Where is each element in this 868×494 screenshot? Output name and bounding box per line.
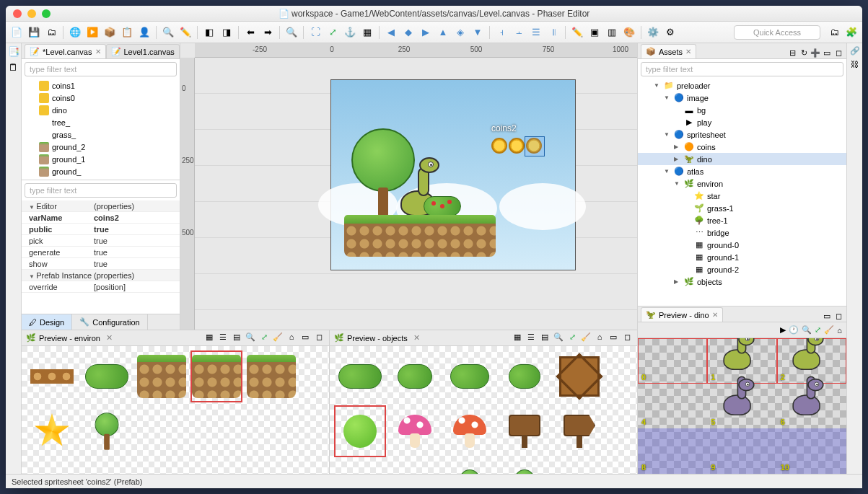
- toggle-icon[interactable]: ◧: [201, 25, 217, 40]
- dino-frame[interactable]: 4: [638, 384, 707, 429]
- assets-tree[interactable]: ▼📁preloader▼🔵image▬bg▶play▼🔵spritesheet▶…: [638, 79, 846, 306]
- outline-item[interactable]: grass_: [22, 128, 180, 141]
- thumb-logs[interactable]: [27, 352, 76, 401]
- thumb-bush[interactable]: [445, 352, 494, 401]
- play-icon[interactable]: ▶: [780, 325, 786, 335]
- min-icon[interactable]: ▭: [299, 332, 311, 344]
- layout2-icon[interactable]: ▥: [604, 25, 620, 40]
- run-icon[interactable]: ▶️: [84, 25, 100, 40]
- outline-icon[interactable]: 🗒: [8, 62, 19, 74]
- align-center-icon[interactable]: ◆: [400, 25, 416, 40]
- home-icon[interactable]: ⌂: [837, 326, 842, 335]
- scene-frame[interactable]: coins2: [330, 79, 576, 270]
- thumb-crate[interactable]: [555, 352, 604, 401]
- bush-sprite[interactable]: [424, 196, 461, 216]
- outline-item[interactable]: tree_: [22, 116, 180, 128]
- asset-item[interactable]: ▼🔵spritesheet: [638, 128, 846, 141]
- tab-assets[interactable]: 📦 Assets ✕: [641, 44, 696, 58]
- layout1-icon[interactable]: ▣: [587, 25, 602, 40]
- asset-item[interactable]: ▶🦖dino: [638, 153, 846, 165]
- collapse-icon[interactable]: 📑: [8, 46, 19, 58]
- close-icon[interactable]: ✕: [712, 311, 718, 319]
- asset-item[interactable]: ▼🔵atlas: [638, 165, 846, 177]
- distr4-icon[interactable]: ⦀: [545, 25, 561, 40]
- thumb-tree[interactable]: [82, 407, 131, 456]
- tab-level1-canvas[interactable]: 📝 Level1.canvas: [106, 44, 180, 58]
- thumb-tree[interactable]: [445, 462, 494, 474]
- close-icon[interactable]: ✕: [685, 48, 691, 56]
- link-icon[interactable]: 🔗: [850, 46, 860, 56]
- properties-panel[interactable]: Editor(properties)varNamecoins2publictru…: [22, 200, 180, 314]
- new-button[interactable]: 📄: [9, 25, 25, 40]
- asset-item[interactable]: ▶🌿objects: [638, 275, 846, 288]
- outline-tree[interactable]: coins1coins0dinotree_grass_ground_2groun…: [22, 79, 180, 180]
- anchor-icon[interactable]: ⚓: [342, 25, 358, 40]
- save-button[interactable]: 💾: [26, 25, 42, 40]
- dino-frame[interactable]: 0: [638, 338, 707, 384]
- min-icon[interactable]: ▭: [608, 332, 619, 344]
- refresh-icon[interactable]: ↻: [799, 48, 809, 58]
- outline-item[interactable]: coins0: [22, 92, 180, 104]
- outline-item[interactable]: dino: [22, 104, 180, 116]
- sheet-icon[interactable]: 📋: [119, 25, 135, 40]
- view-grid-icon[interactable]: ▦: [203, 332, 215, 344]
- outline-item[interactable]: ground_1: [22, 153, 180, 165]
- asset-item[interactable]: ▬bg: [638, 104, 846, 116]
- zoom-icon[interactable]: 🔍: [245, 332, 256, 344]
- coin-sprite[interactable]: [509, 138, 525, 154]
- edit-icon[interactable]: ✏️: [569, 25, 585, 40]
- dino-frame[interactable]: 9: [707, 428, 776, 474]
- clear-icon[interactable]: 🧹: [824, 325, 834, 335]
- thumb-star[interactable]: [27, 407, 76, 456]
- preview-environ-body[interactable]: [22, 346, 329, 474]
- tab-configuration[interactable]: 🔧 Configuration: [72, 314, 147, 330]
- view-list-icon[interactable]: ☰: [217, 332, 229, 344]
- collapse-icon[interactable]: ⊟: [787, 48, 797, 58]
- save-all-button[interactable]: 🗂: [43, 25, 59, 40]
- expand-icon[interactable]: ⛶: [307, 25, 323, 40]
- thumb-bush[interactable]: [336, 352, 385, 401]
- asset-item[interactable]: ▼🌿environ: [638, 177, 846, 190]
- gear2-icon[interactable]: ⚙: [662, 25, 678, 40]
- tab-design[interactable]: 🖊 Design: [22, 314, 72, 330]
- props-filter-input[interactable]: [25, 183, 177, 198]
- align-left-icon[interactable]: ◀: [383, 25, 399, 40]
- outline-item[interactable]: coins1: [22, 79, 180, 92]
- home-icon[interactable]: ⌂: [286, 332, 297, 344]
- asset-item[interactable]: ⋯bridge: [638, 226, 846, 239]
- distr-v-icon[interactable]: ⫠: [511, 25, 527, 40]
- max-icon[interactable]: ◻: [621, 332, 633, 344]
- wand-icon[interactable]: ✏️: [177, 25, 193, 40]
- clear-icon[interactable]: 🧹: [580, 332, 592, 344]
- globe-icon[interactable]: 🌐: [67, 25, 83, 40]
- asset-item[interactable]: 🌳tree-1: [638, 214, 846, 226]
- outline-item[interactable]: ground_2: [22, 141, 180, 153]
- thumb-rock[interactable]: [336, 462, 385, 474]
- perspective-icon[interactable]: 🗂: [826, 25, 842, 40]
- min-icon[interactable]: ▭: [822, 48, 832, 58]
- search-icon[interactable]: 🔍: [160, 25, 176, 40]
- chain-icon[interactable]: ⛓: [851, 60, 859, 69]
- dino-frame[interactable]: 8: [638, 428, 707, 474]
- toggle2-icon[interactable]: ◨: [219, 25, 234, 40]
- gear-icon[interactable]: ⚙️: [645, 25, 661, 40]
- view-tile-icon[interactable]: ▤: [231, 332, 242, 344]
- dino-frame[interactable]: 10: [777, 428, 846, 474]
- align-right-icon[interactable]: ▶: [418, 25, 434, 40]
- asset-item[interactable]: ▶play: [638, 116, 846, 128]
- fit-icon[interactable]: ⤢: [815, 325, 821, 335]
- palette-icon[interactable]: 🎨: [621, 25, 637, 40]
- thumb-bush[interactable]: [500, 352, 549, 401]
- thumb-sign[interactable]: [500, 407, 549, 456]
- ground-sprite[interactable]: [344, 215, 496, 257]
- thumb-ground-selected[interactable]: [192, 352, 241, 401]
- outline-filter-input[interactable]: [25, 62, 177, 76]
- asset-item[interactable]: ▦ground-1: [638, 251, 846, 263]
- align-top-icon[interactable]: ▲: [435, 25, 451, 40]
- user-icon[interactable]: 👤: [136, 25, 152, 40]
- outline-item[interactable]: ground_: [22, 165, 180, 177]
- distr-h-icon[interactable]: ⫞: [494, 25, 509, 40]
- close-icon[interactable]: ✕: [106, 333, 113, 343]
- canvas-editor[interactable]: -25002505007501000 0250500: [180, 43, 637, 330]
- max-icon[interactable]: ◻: [313, 332, 325, 344]
